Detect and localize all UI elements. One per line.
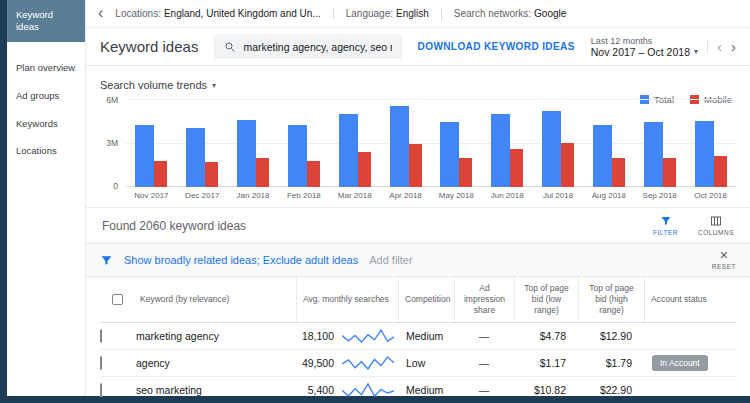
x-axis-label: Sep 2018 (643, 187, 677, 200)
chart-type-dropdown[interactable]: Search volume trends ▾ (100, 79, 216, 91)
search-networks-label: Search networks: (454, 8, 531, 19)
bar-group: Dec 2017 (186, 99, 218, 187)
header-ad-impression-share[interactable]: Ad impression share (454, 277, 514, 322)
x-axis-label: Jul 2018 (543, 187, 573, 200)
close-icon[interactable]: ✕ (719, 250, 728, 261)
bid-low-cell: $1.17 (514, 357, 578, 369)
sidebar-item-ad-groups[interactable]: Ad groups (7, 82, 85, 110)
locations-label: Locations: (115, 8, 161, 19)
divider (441, 7, 442, 20)
header-account-status[interactable]: Account status (644, 277, 736, 322)
bar-mobile (154, 161, 167, 187)
chevron-down-icon: ▾ (694, 47, 698, 56)
reset-button[interactable]: RESET (712, 263, 736, 270)
y-tick-label: 0 (113, 181, 118, 191)
bar-mobile (510, 149, 523, 187)
sidebar-item-keyword-ideas[interactable]: Keyword ideas (7, 0, 85, 42)
chevron-down-icon: ▾ (212, 81, 216, 90)
keyword-cell: agency (134, 357, 296, 369)
page-header: Keyword ideas DOWNLOAD KEYWORD IDEAS Las… (86, 28, 750, 66)
bid-high-cell: $12.90 (578, 330, 644, 342)
search-networks-value: Google (534, 8, 566, 19)
bar-total (339, 114, 358, 187)
keyword-cell: seo marketing (134, 384, 296, 396)
sidebar-item-locations[interactable]: Locations (7, 137, 85, 165)
in-account-badge: In Account (652, 355, 708, 371)
bid-high-cell: $22.90 (578, 384, 644, 396)
bar-group: Jun 2018 (491, 99, 523, 187)
filter-icon (660, 215, 672, 227)
x-axis-label: Feb 2018 (287, 187, 321, 200)
header-avg-monthly-searches[interactable]: Avg. monthly searches (296, 277, 398, 322)
reset-block: ✕ RESET (712, 250, 736, 270)
header-keyword[interactable]: Keyword (by relevance) (134, 277, 296, 322)
language-setting[interactable]: Language: English (346, 8, 429, 19)
date-range-selector[interactable]: Last 12 months Nov 2017 – Oct 2018 ▾ (591, 36, 698, 58)
keyword-search-box[interactable] (214, 34, 401, 59)
x-axis-label: Dec 2017 (185, 187, 219, 200)
bar-total (440, 122, 459, 187)
x-axis-label: Mar 2018 (338, 187, 372, 200)
header-bid-high[interactable]: Top of page bid (high range) (578, 277, 644, 322)
language-label: Language: (346, 8, 393, 19)
table-header-row: Keyword (by relevance) Avg. monthly sear… (100, 277, 736, 323)
bar-chart: Nov 2017Dec 2017Jan 2018Feb 2018Mar 2018… (126, 99, 736, 187)
search-volume-chart: 6M 3M 0 Nov 2017Dec 2017Jan 2018Feb 2018… (100, 99, 736, 187)
bar-total (288, 125, 307, 187)
searches-value: 49,500 (302, 357, 334, 369)
sparkline-chart (342, 382, 394, 398)
keyword-search-input[interactable] (243, 41, 391, 53)
impression-cell: — (454, 384, 514, 396)
divider (707, 40, 708, 53)
competition-cell: Low (398, 357, 454, 369)
bar-group: Feb 2018 (288, 99, 320, 187)
bar-mobile (663, 158, 676, 187)
select-all-checkbox[interactable] (112, 294, 123, 305)
download-keyword-ideas-button[interactable]: DOWNLOAD KEYWORD IDEAS (418, 41, 575, 52)
bar-total (644, 122, 663, 187)
chart-type-label: Search volume trends (100, 79, 207, 91)
applied-filters-link[interactable]: Show broadly related ideas; Exclude adul… (124, 254, 358, 266)
bar-total (135, 125, 154, 187)
row-checkbox[interactable] (100, 329, 102, 343)
chart-section: Search volume trends ▾ Total Mobile 6M 3… (86, 66, 750, 208)
searches-cell: 5,400 (296, 382, 398, 398)
bar-group: Nov 2017 (135, 99, 167, 187)
row-checkbox[interactable] (100, 383, 102, 397)
sparkline-chart (342, 355, 394, 371)
sidebar-item-plan-overview[interactable]: Plan overview (7, 54, 85, 82)
y-tick-label: 6M (106, 95, 118, 105)
bar-group: Apr 2018 (390, 99, 422, 187)
date-range-value: Nov 2017 – Oct 2018 (591, 46, 690, 58)
bar-group: Oct 2018 (695, 99, 727, 187)
bar-total (491, 114, 510, 187)
add-filter-button[interactable]: Add filter (369, 254, 412, 266)
searches-cell: 18,100 (296, 328, 398, 344)
bar-group: Sep 2018 (644, 99, 676, 187)
table-row: marketing agency 18,100 Medium — $4.78 $… (100, 323, 736, 350)
x-axis-label: Jan 2018 (237, 187, 270, 200)
impression-cell: — (454, 357, 514, 369)
row-checkbox[interactable] (100, 356, 102, 370)
header-competition[interactable]: Competition (398, 277, 454, 322)
bar-total (542, 111, 561, 187)
bar-mobile (205, 162, 218, 187)
sidebar-item-keywords[interactable]: Keywords (7, 110, 85, 138)
bar-mobile (409, 144, 422, 187)
columns-button[interactable]: COLUMNS (698, 215, 734, 236)
table-row: agency 49,500 Low — $1.17 $1.79 In Accou… (100, 350, 736, 377)
filter-button[interactable]: FILTER (653, 215, 678, 236)
bar-group: Aug 2018 (593, 99, 625, 187)
prev-period-button[interactable]: ‹ (717, 39, 722, 54)
locations-setting[interactable]: Locations: England, United Kingdom and U… (115, 8, 320, 19)
header-bid-low[interactable]: Top of page bid (low range) (514, 277, 578, 322)
next-period-button[interactable]: › (731, 39, 736, 54)
search-networks-setting[interactable]: Search networks: Google (454, 8, 567, 19)
locations-value: England, United Kingdom and Un... (164, 8, 321, 19)
bar-total (593, 125, 612, 187)
date-range-label: Last 12 months (591, 36, 698, 46)
back-arrow-icon[interactable]: ‹ (98, 5, 103, 21)
bar-total (695, 121, 714, 187)
date-range-block: Last 12 months Nov 2017 – Oct 2018 ▾ ‹ › (591, 36, 736, 58)
bar-mobile (256, 158, 269, 187)
